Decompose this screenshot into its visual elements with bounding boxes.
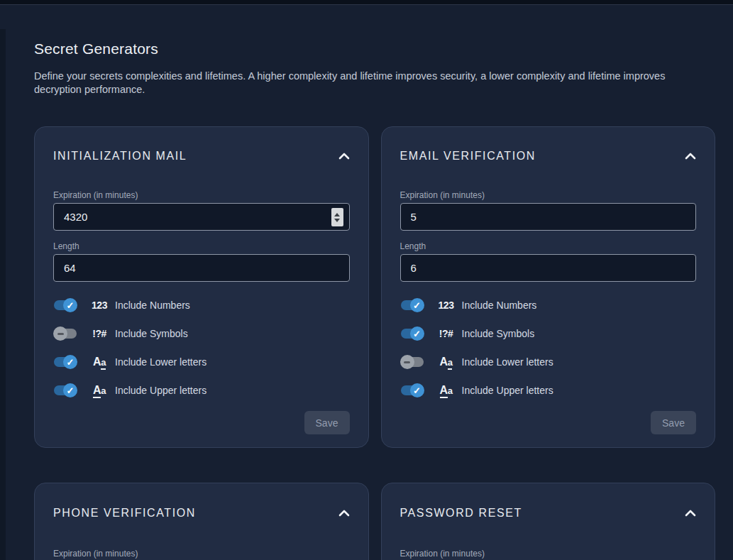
include-upper-label: Include Upper letters — [462, 385, 553, 396]
include-upper-toggle[interactable] — [400, 383, 424, 397]
number-spinner[interactable] — [331, 208, 343, 226]
include-lower-toggle[interactable] — [53, 355, 77, 369]
expiration-label: Expiration (in minutes) — [400, 190, 697, 200]
spinner-down-icon[interactable] — [334, 219, 340, 222]
include-upper-row: Aa Include Upper letters — [53, 376, 350, 405]
include-numbers-row: 123 Include Numbers — [400, 291, 697, 319]
include-numbers-toggle[interactable] — [400, 298, 424, 312]
numbers-icon: 123 — [437, 299, 456, 312]
card-initialization-mail: INITIALIZATION MAIL Expiration (in minut… — [34, 126, 369, 448]
include-symbols-label: Include Symbols — [462, 328, 535, 339]
left-edge-panel — [0, 29, 6, 560]
spinner-up-icon[interactable] — [334, 213, 340, 216]
chevron-up-icon[interactable] — [685, 509, 696, 517]
include-numbers-row: 123 Include Numbers — [53, 291, 350, 319]
include-symbols-row: !?# Include Symbols — [53, 319, 350, 348]
toggle-list: 123 Include Numbers !?# Include Symbols … — [400, 291, 697, 405]
generator-cards-grid: INITIALIZATION MAIL Expiration (in minut… — [34, 126, 715, 560]
card-email-verification: EMAIL VERIFICATION Expiration (in minute… — [381, 126, 716, 448]
include-upper-toggle[interactable] — [53, 383, 77, 397]
symbols-icon: !?# — [90, 327, 109, 340]
include-numbers-label: Include Numbers — [462, 300, 537, 311]
card-title: INITIALIZATION MAIL — [53, 150, 187, 163]
page-title: Secret Generators — [34, 40, 715, 58]
card-password-reset: PASSWORD RESET Expiration (in minutes) — [381, 483, 716, 560]
include-symbols-toggle[interactable] — [53, 326, 77, 341]
length-input[interactable] — [53, 254, 350, 282]
card-phone-verification: PHONE VERIFICATION Expiration (in minute… — [34, 483, 369, 560]
uppercase-letters-icon: Aa — [437, 384, 456, 397]
length-input[interactable] — [400, 254, 697, 282]
include-symbols-row: !?# Include Symbols — [400, 319, 697, 348]
expiration-label: Expiration (in minutes) — [53, 190, 350, 200]
card-email-verification-header[interactable]: EMAIL VERIFICATION — [400, 148, 697, 163]
card-phone-verification-header[interactable]: PHONE VERIFICATION — [53, 505, 350, 522]
symbols-icon: !?# — [437, 327, 456, 340]
card-initialization-mail-header[interactable]: INITIALIZATION MAIL — [53, 148, 350, 163]
length-label: Length — [53, 241, 350, 251]
chevron-up-icon[interactable] — [338, 152, 350, 160]
uppercase-letters-icon: Aa — [90, 384, 109, 397]
expiration-label: Expiration (in minutes) — [53, 549, 350, 559]
lowercase-letters-icon: Aa — [437, 356, 456, 369]
include-lower-toggle[interactable] — [400, 355, 424, 369]
include-upper-row: Aa Include Upper letters — [400, 376, 697, 405]
include-lower-label: Include Lower letters — [462, 356, 553, 368]
card-title: PASSWORD RESET — [400, 507, 522, 520]
include-lower-row: Aa Include Lower letters — [400, 348, 697, 376]
toggle-list: 123 Include Numbers !?# Include Symbols … — [53, 291, 350, 405]
page-description: Define your secrets complexities and lif… — [34, 70, 676, 97]
expiration-label: Expiration (in minutes) — [400, 549, 697, 559]
save-button[interactable]: Save — [651, 411, 696, 434]
include-numbers-label: Include Numbers — [115, 300, 190, 311]
numbers-icon: 123 — [90, 299, 109, 312]
lowercase-letters-icon: Aa — [90, 356, 109, 369]
include-numbers-toggle[interactable] — [53, 298, 77, 312]
include-symbols-label: Include Symbols — [115, 328, 188, 339]
save-button[interactable]: Save — [304, 411, 350, 434]
expiration-input[interactable] — [53, 203, 350, 231]
chevron-up-icon[interactable] — [338, 509, 350, 517]
include-lower-label: Include Lower letters — [115, 356, 206, 368]
include-lower-row: Aa Include Lower letters — [53, 348, 350, 376]
expiration-input[interactable] — [400, 203, 697, 231]
card-title: EMAIL VERIFICATION — [400, 150, 536, 163]
card-password-reset-header[interactable]: PASSWORD RESET — [400, 505, 697, 522]
include-symbols-toggle[interactable] — [400, 326, 424, 341]
chevron-up-icon[interactable] — [685, 152, 696, 160]
length-label: Length — [400, 241, 697, 251]
card-title: PHONE VERIFICATION — [53, 507, 196, 520]
include-upper-label: Include Upper letters — [115, 385, 206, 396]
secret-generators-page: Secret Generators Define your secrets co… — [34, 0, 715, 560]
